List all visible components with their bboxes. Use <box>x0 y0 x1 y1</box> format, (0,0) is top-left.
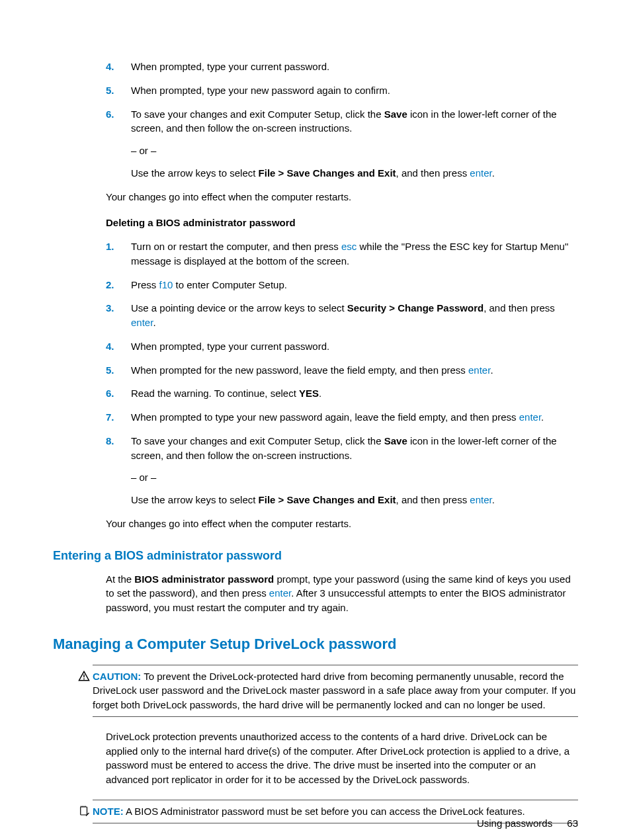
list-marker: 6. <box>106 107 114 122</box>
subheading-deleting: Deleting a BIOS administrator password <box>106 216 578 230</box>
list-marker: 3. <box>106 301 114 315</box>
or-divider: – or – <box>131 144 578 158</box>
list-item: 5. When prompted, type your new password… <box>106 83 578 98</box>
effect-note: Your changes go into effect when the com… <box>106 190 578 204</box>
list-text: When prompted for the new password, leav… <box>131 364 493 376</box>
document-page: 4. When prompted, type your current pass… <box>0 0 631 840</box>
list-marker: 6. <box>106 386 114 401</box>
caution-icon <box>78 670 90 682</box>
esc-key: esc <box>341 241 357 252</box>
list-text: When prompted, type your current passwor… <box>131 341 329 352</box>
note-text: A BIOS Administrator password must be se… <box>124 806 525 817</box>
effect-note: Your changes go into effect when the com… <box>106 517 578 531</box>
steps-list-change-password: 4. When prompted, type your current pass… <box>106 60 578 181</box>
list-marker: 8. <box>106 434 114 448</box>
list-text: Turn on or restart the computer, and the… <box>131 241 568 267</box>
caution-label: CAUTION: <box>93 671 141 682</box>
enter-key: enter <box>470 494 491 505</box>
caution-text: To prevent the DriveLock-protected hard … <box>93 671 575 711</box>
steps-list-delete-password: 1. Turn on or restart the computer, and … <box>106 239 578 507</box>
f10-key: f10 <box>159 279 173 290</box>
list-item: 4. When prompted, type your current pass… <box>106 339 578 354</box>
list-item: 5. When prompted for the new password, l… <box>106 363 578 378</box>
list-text-alt: Use the arrow keys to select File > Save… <box>131 166 578 181</box>
heading-entering-bios: Entering a BIOS administrator password <box>53 547 578 564</box>
list-item: 4. When prompted, type your current pass… <box>106 60 578 74</box>
list-item: 8. To save your changes and exit Compute… <box>106 434 578 507</box>
list-text: Read the warning. To continue, select YE… <box>131 388 321 399</box>
footer-section: Using passwords <box>477 818 552 829</box>
list-text: When prompted, type your current passwor… <box>131 61 329 72</box>
list-item: 3. Use a pointing device or the arrow ke… <box>106 301 578 330</box>
note-label: NOTE: <box>93 806 124 817</box>
caution-callout: CAUTION: To prevent the DriveLock-protec… <box>93 661 578 720</box>
list-marker: 5. <box>106 83 114 98</box>
list-text: When prompted, type your new password ag… <box>131 85 390 96</box>
list-text-alt: Use the arrow keys to select File > Save… <box>131 493 578 507</box>
note-icon <box>78 805 90 817</box>
list-item: 1. Turn on or restart the computer, and … <box>106 239 578 269</box>
list-text: Press f10 to enter Computer Setup. <box>131 279 287 290</box>
page-footer: Using passwords 63 <box>477 816 578 831</box>
enter-key: enter <box>519 411 541 423</box>
page-number: 63 <box>567 816 578 831</box>
list-text: Use a pointing device or the arrow keys … <box>131 302 555 328</box>
list-marker: 4. <box>106 339 114 354</box>
list-marker: 2. <box>106 278 114 292</box>
list-item: 6. Read the warning. To continue, select… <box>106 386 578 401</box>
enter-key: enter <box>269 587 291 599</box>
list-item: 2. Press f10 to enter Computer Setup. <box>106 278 578 292</box>
list-marker: 1. <box>106 239 114 254</box>
paragraph: At the BIOS administrator password promp… <box>106 572 578 615</box>
list-marker: 4. <box>106 60 114 74</box>
or-divider: – or – <box>131 470 578 485</box>
list-text: To save your changes and exit Computer S… <box>131 435 557 461</box>
list-item: 6. To save your changes and exit Compute… <box>106 107 578 181</box>
paragraph: DriveLock protection prevents unauthoriz… <box>106 730 578 787</box>
list-marker: 7. <box>106 410 114 425</box>
heading-drivelock: Managing a Computer Setup DriveLock pass… <box>53 634 578 655</box>
enter-key: enter <box>468 364 490 376</box>
list-text: To save your changes and exit Computer S… <box>131 108 557 134</box>
enter-key: enter <box>131 317 153 328</box>
list-marker: 5. <box>106 363 114 378</box>
enter-key: enter <box>470 167 491 179</box>
svg-point-1 <box>83 678 85 679</box>
svg-rect-2 <box>81 807 87 815</box>
list-text: When prompted to type your new password … <box>131 411 544 423</box>
list-item: 7. When prompted to type your new passwo… <box>106 410 578 425</box>
